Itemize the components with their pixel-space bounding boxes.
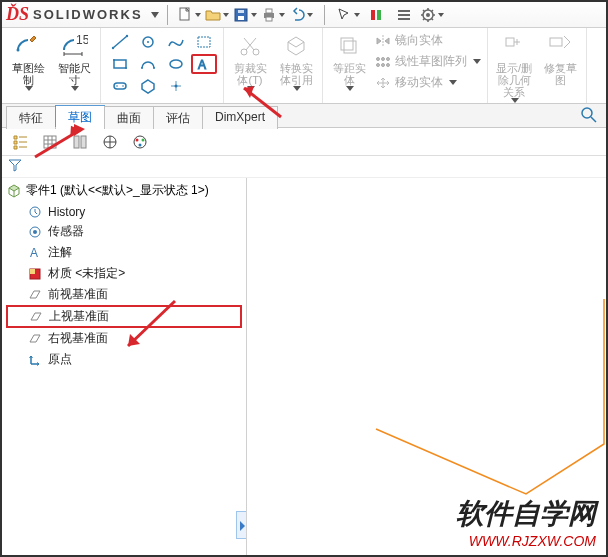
select-button[interactable] [335,4,361,26]
tree-item-right-plane[interactable]: 右视基准面 [6,328,242,349]
tree-item-history[interactable]: History [6,203,242,221]
svg-point-13 [426,13,430,17]
tab-feature[interactable]: 特征 [6,106,56,129]
svg-rect-6 [266,17,272,21]
svg-point-22 [113,59,115,61]
point-button[interactable] [163,76,189,96]
tree-item-front-plane[interactable]: 前视基准面 [6,284,242,305]
svg-point-44 [582,108,592,118]
origin-label: 原点 [48,351,72,368]
ribbon: 草图绘制 15 智能尺寸 A [2,28,606,104]
tree-item-origin[interactable]: 原点 [6,349,242,370]
tree-item-material[interactable]: 材质 <未指定> [6,263,242,284]
spline-button[interactable] [163,32,189,52]
watermark-url: WWW.RJZXW.COM [456,533,596,549]
svg-point-19 [147,41,149,43]
svg-text:A: A [30,246,38,260]
search-button[interactable] [580,106,598,127]
arc-button[interactable] [135,54,161,74]
ellipse-button[interactable] [163,54,189,74]
line-button[interactable] [107,32,133,52]
circle-button[interactable] [135,32,161,52]
trim-button: 剪裁实体(T) [230,32,270,91]
tree-item-sensors[interactable]: 传感器 [6,221,242,242]
svg-point-26 [170,60,182,68]
chevron-down-icon [293,86,301,91]
watermark-text: 软件自学网 [456,495,596,533]
svg-rect-42 [506,38,514,46]
offset-label: 等距实体 [329,62,369,86]
svg-point-16 [112,47,114,49]
separator [167,5,168,25]
tree-item-annotations[interactable]: A 注解 [6,242,242,263]
new-file-button[interactable] [176,4,202,26]
text-button[interactable]: A [191,54,217,74]
sketch-draw-label: 草图绘制 [8,62,48,86]
slot-button[interactable] [107,76,133,96]
app-logo[interactable]: ĎS SOLIDWORKS [6,4,159,25]
tab-sketch[interactable]: 草图 [55,105,105,128]
svg-rect-8 [377,10,381,20]
appearance-tab[interactable] [126,130,154,154]
svg-point-30 [122,85,124,87]
tree-item-top-plane[interactable]: 上视基准面 [6,305,242,328]
convert-label: 转换实体引用 [276,62,316,86]
separator [324,5,325,25]
trim-label: 剪裁实体(T) [230,62,270,86]
undo-button[interactable] [288,4,314,26]
feature-tree-tab[interactable] [6,130,34,154]
config-tab[interactable] [66,130,94,154]
svg-point-37 [382,57,385,60]
sensor-icon [28,225,42,239]
svg-point-14 [17,49,20,52]
smart-dimension-label: 智能尺寸 [54,62,94,86]
tab-surface[interactable]: 曲面 [104,106,154,129]
right-plane-label: 右视基准面 [48,330,108,347]
svg-rect-9 [398,10,410,12]
ribbon-group-entities: A [101,28,224,103]
rectangle-button[interactable] [107,54,133,74]
ribbon-group-modify: 等距实体 镜向实体 线性草图阵列 移动实体 [323,28,488,103]
print-button[interactable] [260,4,286,26]
app-brand: SOLIDWORKS [33,7,143,22]
svg-point-52 [139,144,142,147]
property-tab[interactable] [36,130,64,154]
open-file-button[interactable] [204,4,230,26]
part-icon [6,183,22,199]
box-button[interactable] [191,32,217,52]
dim-tab[interactable] [96,130,124,154]
ribbon-group-sketch: 草图绘制 15 智能尺寸 [2,28,101,103]
svg-point-39 [377,63,380,66]
rebuild-button[interactable] [363,4,389,26]
tab-dimxpert[interactable]: DimXpert [202,106,278,129]
settings-button[interactable] [419,4,445,26]
tab-evaluate[interactable]: 评估 [153,106,203,129]
svg-point-41 [387,63,390,66]
chevron-down-icon [247,86,255,91]
sketch-draw-button[interactable]: 草图绘制 [8,32,48,91]
options-button[interactable] [391,4,417,26]
smart-dimension-button[interactable]: 15 智能尺寸 [54,32,94,91]
svg-rect-34 [341,38,353,50]
panel-resize-handle[interactable] [236,511,247,539]
tree-root[interactable]: 零件1 (默认<<默认>_显示状态 1>) [6,182,242,199]
move-button: 移动实体 [375,74,481,91]
origin-icon [28,353,42,367]
material-label: 材质 <未指定> [48,265,125,282]
svg-rect-10 [398,14,410,16]
top-plane-label: 上视基准面 [49,308,109,325]
svg-rect-43 [550,38,562,46]
svg-text:A: A [198,58,206,72]
svg-rect-11 [398,18,410,20]
chevron-down-icon [151,12,159,18]
polygon-button[interactable] [135,76,161,96]
filter-icon[interactable] [8,158,22,172]
svg-point-29 [116,85,118,87]
watermark: 软件自学网 WWW.RJZXW.COM [456,495,596,549]
svg-point-36 [377,57,380,60]
tree-root-label: 零件1 (默认<<默认>_显示状态 1>) [26,182,209,199]
pattern-button: 线性草图阵列 [375,53,481,70]
save-button[interactable] [232,4,258,26]
chevron-down-icon [25,86,33,91]
logo-ds-icon: ĎS [6,4,29,25]
